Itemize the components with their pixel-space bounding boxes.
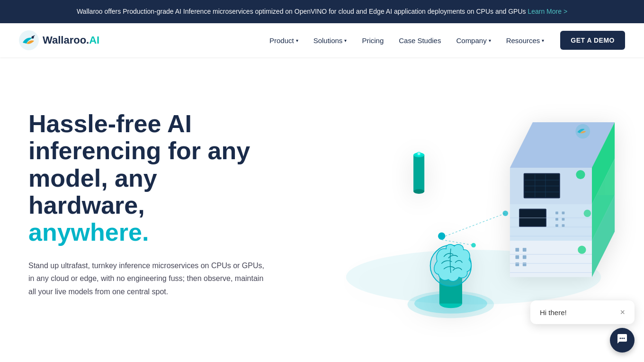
nav-company-label: Company (456, 36, 486, 45)
banner-link[interactable]: Learn More > (528, 8, 567, 15)
svg-rect-9 (515, 262, 519, 266)
svg-point-56 (418, 152, 420, 155)
svg-rect-22 (562, 211, 565, 214)
chat-icon (617, 333, 628, 342)
hero-illustration-svg (331, 86, 616, 323)
nav-item-pricing[interactable]: Pricing (355, 33, 390, 48)
svg-rect-10 (523, 248, 527, 252)
svg-rect-7 (515, 248, 519, 252)
svg-point-59 (584, 210, 591, 217)
svg-rect-34 (525, 174, 559, 198)
svg-point-62 (622, 338, 623, 339)
nav-item-case-studies[interactable]: Case Studies (392, 33, 447, 48)
product-chevron-icon: ▾ (296, 38, 298, 43)
svg-rect-52 (413, 155, 424, 191)
solutions-chevron-icon: ▾ (344, 38, 347, 43)
svg-rect-24 (562, 218, 565, 221)
svg-point-47 (503, 210, 509, 216)
nav-product-label: Product (269, 36, 294, 45)
chat-popup-text: Hi there! (540, 308, 567, 317)
svg-rect-12 (523, 262, 527, 266)
hero-heading-line4: hardware, (28, 191, 145, 219)
svg-point-58 (576, 170, 585, 179)
hero-heading: Hassle-free AI inferencing for any model… (28, 110, 265, 246)
nav-links: Product ▾ Solutions ▾ Pricing Case Studi… (263, 31, 625, 50)
resources-chevron-icon: ▾ (542, 38, 544, 43)
svg-point-46 (438, 233, 445, 240)
nav-solutions-label: Solutions (313, 36, 343, 45)
hero-subtext: Stand up ultrafast, turnkey inference mi… (28, 259, 265, 298)
hero-content: Hassle-free AI inferencing for any model… (28, 110, 265, 298)
nav-item-solutions[interactable]: Solutions ▾ (307, 33, 354, 48)
chat-close-button[interactable]: × (620, 308, 625, 317)
logo-icon (19, 30, 39, 50)
get-demo-button[interactable]: GET A DEMO (560, 31, 625, 50)
logo[interactable]: Wallaroo.AI (19, 30, 99, 50)
svg-point-63 (624, 338, 625, 339)
svg-rect-26 (562, 224, 565, 227)
banner-text: Wallaroo offers Production-grade AI Infe… (77, 8, 526, 15)
svg-point-61 (620, 338, 621, 339)
svg-line-49 (445, 213, 505, 236)
hero-heading-line1: Hassle-free AI (28, 110, 192, 137)
svg-rect-23 (555, 218, 558, 221)
top-banner: Wallaroo offers Production-grade AI Infe… (0, 0, 644, 23)
nav-item-product[interactable]: Product ▾ (263, 33, 305, 48)
hero-anywhere: anywhere. (28, 218, 149, 246)
chat-popup: Hi there! × (530, 300, 635, 324)
svg-rect-25 (555, 224, 558, 227)
nav-case-studies-label: Case Studies (399, 36, 441, 45)
svg-point-60 (578, 246, 586, 254)
svg-rect-21 (555, 211, 558, 214)
nav-item-resources[interactable]: Resources ▾ (500, 33, 551, 48)
hero-section: Hassle-free AI inferencing for any model… (0, 57, 644, 342)
company-chevron-icon: ▾ (489, 38, 491, 43)
nav-item-company[interactable]: Company ▾ (449, 33, 497, 48)
svg-point-53 (413, 189, 424, 194)
hero-heading-line3: model, any (28, 164, 157, 192)
svg-rect-11 (523, 255, 527, 259)
hero-heading-line2: inferencing for any (28, 137, 250, 164)
svg-rect-8 (515, 255, 519, 259)
nav-pricing-label: Pricing (362, 36, 384, 45)
nav-resources-label: Resources (506, 36, 540, 45)
logo-text: Wallaroo.AI (43, 34, 99, 46)
navbar: Wallaroo.AI Product ▾ Solutions ▾ Pricin… (0, 23, 644, 57)
svg-marker-3 (510, 241, 592, 277)
hero-illustration (265, 86, 616, 323)
